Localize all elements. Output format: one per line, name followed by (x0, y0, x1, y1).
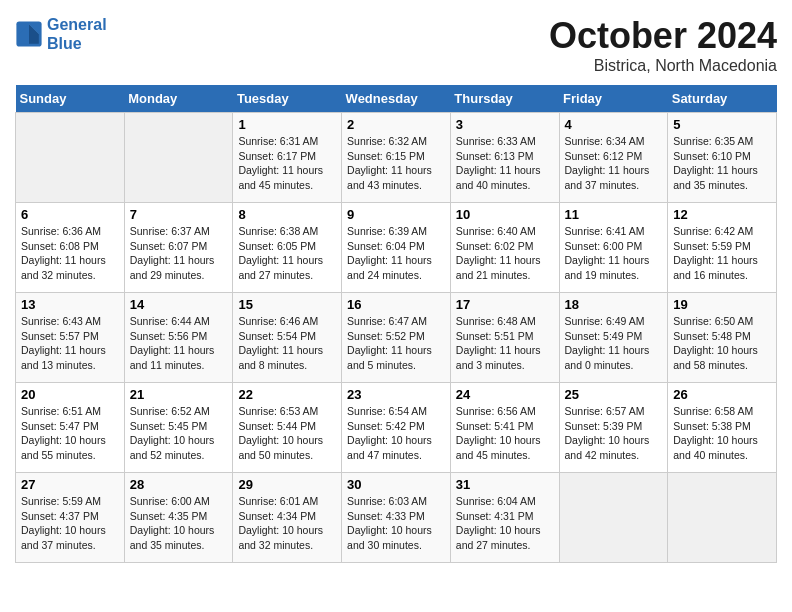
day-number: 2 (347, 117, 445, 132)
day-number: 4 (565, 117, 663, 132)
day-number: 11 (565, 207, 663, 222)
day-info: Sunrise: 6:47 AMSunset: 5:52 PMDaylight:… (347, 314, 445, 373)
day-info: Sunrise: 6:34 AMSunset: 6:12 PMDaylight:… (565, 134, 663, 193)
calendar-week-row: 13Sunrise: 6:43 AMSunset: 5:57 PMDayligh… (16, 293, 777, 383)
logo-text: General Blue (47, 15, 107, 53)
day-number: 17 (456, 297, 554, 312)
calendar-cell: 9Sunrise: 6:39 AMSunset: 6:04 PMDaylight… (342, 203, 451, 293)
header-row: SundayMondayTuesdayWednesdayThursdayFrid… (16, 85, 777, 113)
day-info: Sunrise: 6:31 AMSunset: 6:17 PMDaylight:… (238, 134, 336, 193)
day-info: Sunrise: 6:03 AMSunset: 4:33 PMDaylight:… (347, 494, 445, 553)
calendar-cell (16, 113, 125, 203)
calendar-cell: 17Sunrise: 6:48 AMSunset: 5:51 PMDayligh… (450, 293, 559, 383)
calendar-cell: 20Sunrise: 6:51 AMSunset: 5:47 PMDayligh… (16, 383, 125, 473)
header: General Blue October 2024 Bistrica, Nort… (15, 15, 777, 75)
calendar-cell: 13Sunrise: 6:43 AMSunset: 5:57 PMDayligh… (16, 293, 125, 383)
day-number: 3 (456, 117, 554, 132)
day-info: Sunrise: 6:52 AMSunset: 5:45 PMDaylight:… (130, 404, 228, 463)
day-info: Sunrise: 6:38 AMSunset: 6:05 PMDaylight:… (238, 224, 336, 283)
calendar-week-row: 1Sunrise: 6:31 AMSunset: 6:17 PMDaylight… (16, 113, 777, 203)
day-info: Sunrise: 6:50 AMSunset: 5:48 PMDaylight:… (673, 314, 771, 373)
day-number: 27 (21, 477, 119, 492)
calendar-week-row: 27Sunrise: 5:59 AMSunset: 4:37 PMDayligh… (16, 473, 777, 563)
day-info: Sunrise: 6:00 AMSunset: 4:35 PMDaylight:… (130, 494, 228, 553)
calendar-table: SundayMondayTuesdayWednesdayThursdayFrid… (15, 85, 777, 563)
weekday-header: Thursday (450, 85, 559, 113)
calendar-cell: 25Sunrise: 6:57 AMSunset: 5:39 PMDayligh… (559, 383, 668, 473)
calendar-cell: 11Sunrise: 6:41 AMSunset: 6:00 PMDayligh… (559, 203, 668, 293)
day-number: 29 (238, 477, 336, 492)
day-number: 28 (130, 477, 228, 492)
logo-blue: Blue (47, 35, 82, 52)
calendar-cell: 22Sunrise: 6:53 AMSunset: 5:44 PMDayligh… (233, 383, 342, 473)
title-block: October 2024 Bistrica, North Macedonia (549, 15, 777, 75)
weekday-header: Sunday (16, 85, 125, 113)
calendar-cell: 14Sunrise: 6:44 AMSunset: 5:56 PMDayligh… (124, 293, 233, 383)
day-number: 18 (565, 297, 663, 312)
weekday-header: Friday (559, 85, 668, 113)
day-number: 10 (456, 207, 554, 222)
calendar-cell: 8Sunrise: 6:38 AMSunset: 6:05 PMDaylight… (233, 203, 342, 293)
day-number: 16 (347, 297, 445, 312)
weekday-header: Wednesday (342, 85, 451, 113)
calendar-cell: 6Sunrise: 6:36 AMSunset: 6:08 PMDaylight… (16, 203, 125, 293)
calendar-cell: 10Sunrise: 6:40 AMSunset: 6:02 PMDayligh… (450, 203, 559, 293)
calendar-cell: 24Sunrise: 6:56 AMSunset: 5:41 PMDayligh… (450, 383, 559, 473)
weekday-header: Tuesday (233, 85, 342, 113)
calendar-cell: 26Sunrise: 6:58 AMSunset: 5:38 PMDayligh… (668, 383, 777, 473)
day-info: Sunrise: 6:44 AMSunset: 5:56 PMDaylight:… (130, 314, 228, 373)
calendar-cell: 18Sunrise: 6:49 AMSunset: 5:49 PMDayligh… (559, 293, 668, 383)
logo-general: General (47, 16, 107, 33)
day-number: 1 (238, 117, 336, 132)
day-number: 5 (673, 117, 771, 132)
calendar-cell: 23Sunrise: 6:54 AMSunset: 5:42 PMDayligh… (342, 383, 451, 473)
day-info: Sunrise: 6:57 AMSunset: 5:39 PMDaylight:… (565, 404, 663, 463)
calendar-cell: 19Sunrise: 6:50 AMSunset: 5:48 PMDayligh… (668, 293, 777, 383)
calendar-cell: 30Sunrise: 6:03 AMSunset: 4:33 PMDayligh… (342, 473, 451, 563)
calendar-cell: 27Sunrise: 5:59 AMSunset: 4:37 PMDayligh… (16, 473, 125, 563)
calendar-cell: 28Sunrise: 6:00 AMSunset: 4:35 PMDayligh… (124, 473, 233, 563)
day-number: 14 (130, 297, 228, 312)
day-info: Sunrise: 6:58 AMSunset: 5:38 PMDaylight:… (673, 404, 771, 463)
calendar-cell (124, 113, 233, 203)
day-number: 6 (21, 207, 119, 222)
day-number: 22 (238, 387, 336, 402)
calendar-cell: 12Sunrise: 6:42 AMSunset: 5:59 PMDayligh… (668, 203, 777, 293)
day-info: Sunrise: 6:56 AMSunset: 5:41 PMDaylight:… (456, 404, 554, 463)
calendar-subtitle: Bistrica, North Macedonia (549, 57, 777, 75)
day-number: 23 (347, 387, 445, 402)
day-number: 12 (673, 207, 771, 222)
day-info: Sunrise: 6:33 AMSunset: 6:13 PMDaylight:… (456, 134, 554, 193)
day-info: Sunrise: 6:41 AMSunset: 6:00 PMDaylight:… (565, 224, 663, 283)
calendar-cell: 1Sunrise: 6:31 AMSunset: 6:17 PMDaylight… (233, 113, 342, 203)
weekday-header: Saturday (668, 85, 777, 113)
day-number: 21 (130, 387, 228, 402)
day-info: Sunrise: 6:51 AMSunset: 5:47 PMDaylight:… (21, 404, 119, 463)
calendar-cell (668, 473, 777, 563)
day-info: Sunrise: 6:39 AMSunset: 6:04 PMDaylight:… (347, 224, 445, 283)
day-info: Sunrise: 6:35 AMSunset: 6:10 PMDaylight:… (673, 134, 771, 193)
day-number: 26 (673, 387, 771, 402)
calendar-cell: 29Sunrise: 6:01 AMSunset: 4:34 PMDayligh… (233, 473, 342, 563)
day-number: 19 (673, 297, 771, 312)
day-info: Sunrise: 6:43 AMSunset: 5:57 PMDaylight:… (21, 314, 119, 373)
calendar-week-row: 20Sunrise: 6:51 AMSunset: 5:47 PMDayligh… (16, 383, 777, 473)
day-info: Sunrise: 6:37 AMSunset: 6:07 PMDaylight:… (130, 224, 228, 283)
day-number: 8 (238, 207, 336, 222)
calendar-cell: 5Sunrise: 6:35 AMSunset: 6:10 PMDaylight… (668, 113, 777, 203)
day-info: Sunrise: 5:59 AMSunset: 4:37 PMDaylight:… (21, 494, 119, 553)
day-info: Sunrise: 6:54 AMSunset: 5:42 PMDaylight:… (347, 404, 445, 463)
day-info: Sunrise: 6:53 AMSunset: 5:44 PMDaylight:… (238, 404, 336, 463)
day-info: Sunrise: 6:40 AMSunset: 6:02 PMDaylight:… (456, 224, 554, 283)
calendar-cell: 31Sunrise: 6:04 AMSunset: 4:31 PMDayligh… (450, 473, 559, 563)
logo-icon (15, 20, 43, 48)
calendar-cell: 2Sunrise: 6:32 AMSunset: 6:15 PMDaylight… (342, 113, 451, 203)
day-info: Sunrise: 6:01 AMSunset: 4:34 PMDaylight:… (238, 494, 336, 553)
day-info: Sunrise: 6:46 AMSunset: 5:54 PMDaylight:… (238, 314, 336, 373)
day-number: 31 (456, 477, 554, 492)
calendar-cell: 7Sunrise: 6:37 AMSunset: 6:07 PMDaylight… (124, 203, 233, 293)
calendar-cell: 15Sunrise: 6:46 AMSunset: 5:54 PMDayligh… (233, 293, 342, 383)
day-number: 25 (565, 387, 663, 402)
day-number: 7 (130, 207, 228, 222)
calendar-cell: 4Sunrise: 6:34 AMSunset: 6:12 PMDaylight… (559, 113, 668, 203)
